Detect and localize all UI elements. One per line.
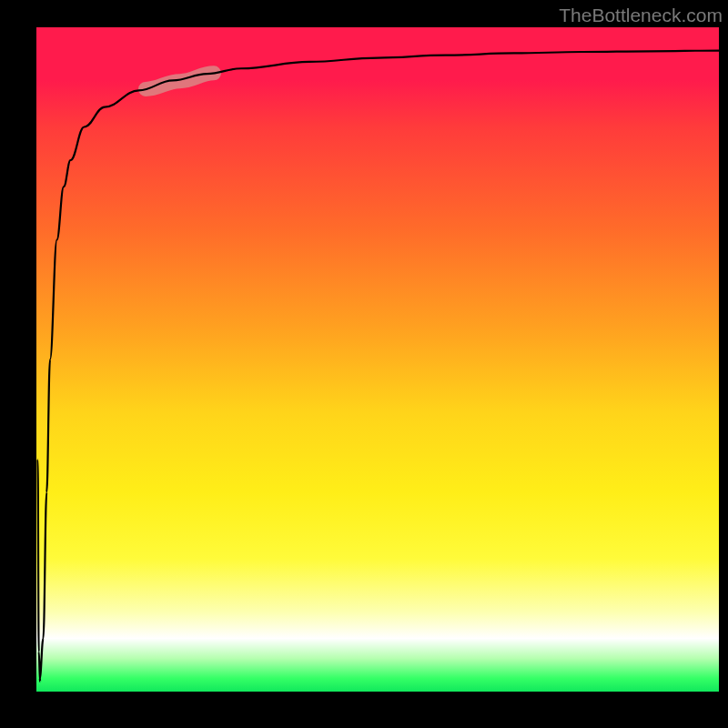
curve-highlight <box>146 73 214 89</box>
bottleneck-curve <box>38 51 720 682</box>
attribution-text: TheBottleneck.com <box>559 5 723 26</box>
chart-svg <box>36 27 719 692</box>
chart-plot-area <box>36 27 719 692</box>
